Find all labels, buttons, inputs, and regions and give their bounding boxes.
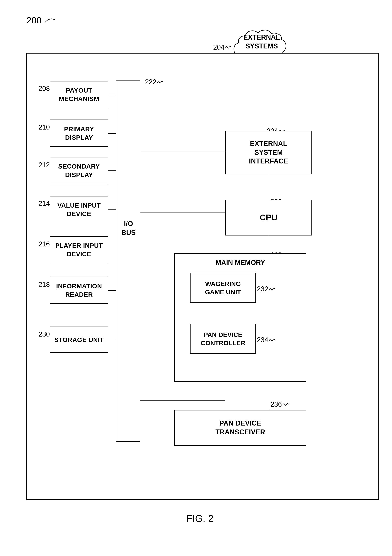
ref-236: 236 bbox=[271, 401, 289, 408]
player-input-connector bbox=[108, 250, 116, 250]
hline-to-pdt bbox=[140, 401, 225, 401]
squiggle-222 bbox=[156, 79, 164, 85]
pan-device-transceiver-box: PAN DEVICETRANSCEIVER bbox=[174, 410, 306, 446]
value-input-device-box: VALUE INPUTDEVICE bbox=[50, 196, 108, 223]
squiggle-234 bbox=[268, 337, 276, 343]
cpu-box: CPU bbox=[225, 200, 312, 235]
information-reader-connector bbox=[108, 290, 116, 291]
main-outer-box: I/OBUS 208 PAYOUTMECHANISM 210 PRIMARYDI… bbox=[26, 53, 379, 500]
player-input-device-box: PLAYER INPUTDEVICE bbox=[50, 236, 108, 263]
ref-234: 234 bbox=[257, 336, 276, 344]
ref-232: 232 bbox=[257, 285, 276, 293]
secondary-display-box: SECONDARYDISPLAY bbox=[50, 157, 108, 184]
io-bus-bar bbox=[116, 80, 140, 442]
primary-display-connector bbox=[108, 133, 116, 134]
value-input-connector bbox=[108, 209, 116, 210]
io-bus-label: I/OBUS bbox=[116, 219, 141, 237]
squiggle-204 bbox=[225, 45, 232, 50]
ref-204: 204 bbox=[213, 43, 232, 51]
main-memory-box: MAIN MEMORY WAGERINGGAME UNIT 232 PAN DE… bbox=[174, 253, 306, 382]
external-system-interface-box: EXTERNALSYSTEMINTERFACE bbox=[225, 131, 312, 174]
squiggle-232 bbox=[268, 286, 276, 292]
primary-display-box: PRIMARYDISPLAY bbox=[50, 120, 108, 147]
fig-label: FIG. 2 bbox=[186, 513, 213, 524]
wagering-game-unit-box: WAGERINGGAME UNIT bbox=[190, 273, 256, 303]
secondary-display-connector bbox=[108, 170, 116, 171]
storage-unit-box: STORAGE UNIT bbox=[50, 326, 108, 353]
arrow-icon bbox=[43, 16, 58, 25]
hline-to-cpu bbox=[140, 212, 225, 212]
main-memory-label: MAIN MEMORY bbox=[216, 259, 265, 267]
information-reader-box: INFORMATIONREADER bbox=[50, 277, 108, 304]
vline-cpu-to-mm bbox=[269, 235, 269, 253]
external-systems-label: EXTERNALSYSTEMS bbox=[243, 33, 280, 51]
hline-bus-to-esi bbox=[140, 152, 226, 152]
diagram-container: 200 204 EXTERNALSYSTEMS 206 I/OBUS bbox=[15, 11, 385, 530]
vline-mm-to-pdt bbox=[269, 382, 269, 410]
storage-unit-connector bbox=[108, 340, 116, 340]
payout-mechanism-box: PAYOUTMECHANISM bbox=[50, 81, 108, 108]
pan-device-controller-inner-box: PAN DEVICECONTROLLER bbox=[190, 324, 256, 354]
squiggle-236 bbox=[282, 402, 289, 407]
ref-222: 222 bbox=[145, 78, 164, 86]
vline-to-esi-left bbox=[225, 152, 226, 174]
diagram-number: 200 bbox=[26, 15, 58, 25]
payout-connector bbox=[108, 95, 116, 95]
